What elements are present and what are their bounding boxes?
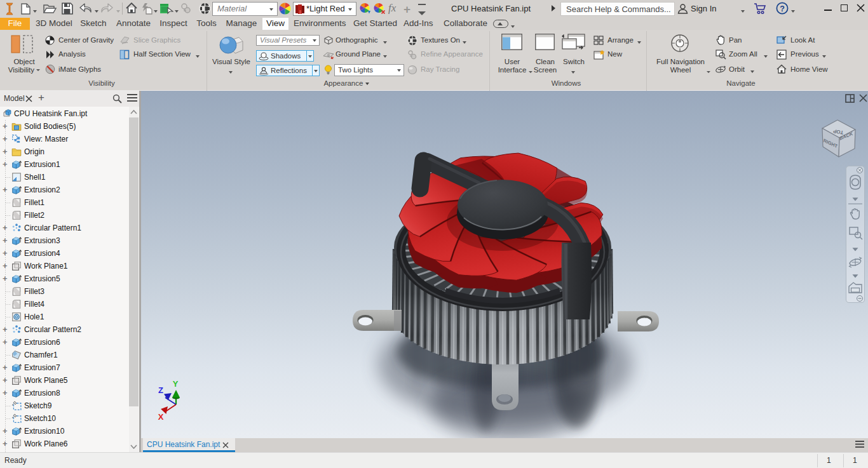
svg-text:Z: Z bbox=[158, 385, 163, 395]
svg-text:Y: Y bbox=[173, 379, 179, 389]
svg-text:X: X bbox=[158, 412, 164, 421]
svg-text:?: ? bbox=[780, 4, 785, 13]
